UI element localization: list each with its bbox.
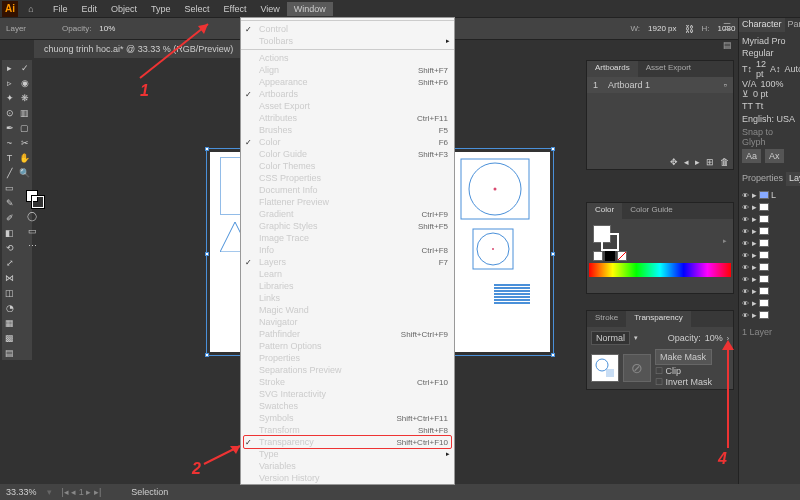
hand-tool[interactable]: ✋: [17, 150, 32, 165]
zoom-tool[interactable]: 🔍: [17, 165, 32, 180]
clip-checkbox[interactable]: ☐ Clip: [655, 366, 712, 376]
paintbrush-tool[interactable]: ✎: [2, 195, 17, 210]
document-tab[interactable]: chuong trinh hoc.ai* @ 33.33 % (RGB/Prev…: [34, 40, 243, 58]
layer-row[interactable]: 👁▸: [742, 249, 797, 261]
menuitem-css-properties[interactable]: CSS Properties: [241, 172, 454, 184]
font-size[interactable]: 12 pt: [756, 59, 766, 79]
shaper-tool[interactable]: ✐: [2, 210, 17, 225]
curvature-tool[interactable]: ~: [2, 135, 17, 150]
artboard-tool[interactable]: ▢: [17, 120, 32, 135]
font-style-select[interactable]: Regular: [742, 47, 797, 59]
type-tool[interactable]: T: [2, 150, 17, 165]
menuitem-separations-preview[interactable]: Separations Preview: [241, 364, 454, 376]
line-tool[interactable]: ╱: [2, 165, 17, 180]
width-tool[interactable]: ⋈: [2, 270, 17, 285]
baseline[interactable]: 0 pt: [753, 89, 768, 99]
properties-icon[interactable]: ☰: [720, 20, 734, 34]
menuitem-color-guide[interactable]: Color GuideShift+F3: [241, 148, 454, 160]
paragraph-tab[interactable]: Paragraph: [785, 18, 800, 32]
invert-mask-checkbox[interactable]: ☐ Invert Mask: [655, 377, 712, 387]
layer-row[interactable]: 👁▸: [742, 285, 797, 297]
properties-tab[interactable]: Properties: [739, 172, 786, 186]
link-icon[interactable]: ⛓: [685, 24, 694, 34]
libraries-icon[interactable]: ▤: [720, 38, 734, 52]
shape-builder-tool[interactable]: ◔: [2, 300, 17, 315]
prev-artboard-icon[interactable]: ◂: [684, 157, 689, 167]
mesh-tool[interactable]: ▩: [2, 330, 17, 345]
rotate-tool[interactable]: ⟲: [2, 240, 17, 255]
fill-swatch[interactable]: [593, 225, 611, 243]
glyph-aa[interactable]: Aa: [742, 149, 761, 163]
menuitem-properties[interactable]: Properties: [241, 352, 454, 364]
menuitem-toolbars[interactable]: Toolbars: [241, 35, 454, 47]
home-icon[interactable]: ⌂: [22, 1, 40, 17]
eyedropper-tool[interactable]: ✓: [17, 60, 32, 75]
layer-row[interactable]: 👁▸: [742, 237, 797, 249]
menuitem-color[interactable]: ColorF6: [241, 136, 454, 148]
menuitem-transparency[interactable]: TransparencyShift+Ctrl+F10: [241, 436, 454, 448]
menuitem-layers[interactable]: LayersF7: [241, 256, 454, 268]
menu-view[interactable]: View: [253, 2, 286, 16]
menuitem-transform[interactable]: TransformShift+F8: [241, 424, 454, 436]
menuitem-graphic-styles[interactable]: Graphic StylesShift+F5: [241, 220, 454, 232]
menuitem-document-info[interactable]: Document Info: [241, 184, 454, 196]
menuitem-appearance[interactable]: AppearanceShift+F6: [241, 76, 454, 88]
transp-opacity-value[interactable]: 10%: [705, 333, 723, 343]
blend-mode-select[interactable]: Normal: [591, 331, 630, 345]
screen-mode[interactable]: ▭: [17, 223, 47, 238]
nav-icons[interactable]: |◂ ◂ 1 ▸ ▸|: [62, 487, 102, 497]
layer-row[interactable]: 👁▸: [742, 273, 797, 285]
leading[interactable]: Auto: [785, 64, 800, 74]
eraser-tool[interactable]: ◧: [2, 225, 17, 240]
menuitem-asset-export[interactable]: Asset Export: [241, 100, 454, 112]
menuitem-actions[interactable]: Actions: [241, 52, 454, 64]
blend-tool[interactable]: ◉: [17, 75, 32, 90]
edit-toolbar[interactable]: ⋯: [17, 238, 47, 253]
graph-tool[interactable]: ▥: [17, 105, 32, 120]
perspective-tool[interactable]: ▦: [2, 315, 17, 330]
kerning[interactable]: 100%: [761, 79, 784, 89]
menuitem-flattener-preview[interactable]: Flattener Preview: [241, 196, 454, 208]
menuitem-brushes[interactable]: BrushesF5: [241, 124, 454, 136]
artboards-tab[interactable]: Artboards: [587, 61, 638, 77]
symbol-sprayer-tool[interactable]: ❋: [17, 90, 32, 105]
draw-modes[interactable]: ◯: [17, 208, 47, 223]
asset-export-tab[interactable]: Asset Export: [638, 61, 699, 77]
artboard-options-icon[interactable]: ▫: [724, 80, 727, 90]
scale-tool[interactable]: ⤢: [2, 255, 17, 270]
layer-row[interactable]: 👁▸L: [742, 189, 797, 201]
artboard-row[interactable]: 1 Artboard 1 ▫: [587, 77, 733, 93]
menu-window[interactable]: Window: [287, 2, 333, 16]
color-tab[interactable]: Color: [587, 203, 622, 219]
white-swatch[interactable]: [593, 251, 603, 261]
stroke-tab[interactable]: Stroke: [587, 311, 626, 327]
pen-tool[interactable]: ✒: [2, 120, 17, 135]
glyph-ax[interactable]: Ax: [765, 149, 784, 163]
next-artboard-icon[interactable]: ▸: [695, 157, 700, 167]
menu-type[interactable]: Type: [144, 2, 178, 16]
menu-effect[interactable]: Effect: [217, 2, 254, 16]
magic-wand-tool[interactable]: ✦: [2, 90, 17, 105]
layers-tab[interactable]: Layers: [786, 172, 800, 186]
menuitem-attributes[interactable]: AttributesCtrl+F11: [241, 112, 454, 124]
menuitem-variables[interactable]: Variables: [241, 460, 454, 472]
menu-object[interactable]: Object: [104, 2, 144, 16]
direct-selection-tool[interactable]: ▹: [2, 75, 17, 90]
black-swatch[interactable]: [605, 251, 615, 261]
none-swatch[interactable]: [617, 251, 627, 261]
mask-thumb[interactable]: ⊘: [623, 354, 651, 382]
menuitem-type[interactable]: Type: [241, 448, 454, 460]
menu-file[interactable]: File: [46, 2, 75, 16]
menuitem-control[interactable]: Control: [241, 23, 454, 35]
color-guide-tab[interactable]: Color Guide: [622, 203, 681, 219]
delete-artboard-icon[interactable]: 🗑: [720, 157, 729, 167]
transparency-tab[interactable]: Transparency: [626, 311, 691, 327]
menuitem-links[interactable]: Links: [241, 292, 454, 304]
move-artwork-icon[interactable]: ✥: [670, 157, 678, 167]
fill-stroke-swatch[interactable]: [17, 184, 47, 208]
menuitem-magic-wand[interactable]: Magic Wand: [241, 304, 454, 316]
lasso-tool[interactable]: ⊙: [2, 105, 17, 120]
menuitem-color-themes[interactable]: Color Themes: [241, 160, 454, 172]
layer-row[interactable]: 👁▸: [742, 213, 797, 225]
layer-row[interactable]: 👁▸: [742, 225, 797, 237]
